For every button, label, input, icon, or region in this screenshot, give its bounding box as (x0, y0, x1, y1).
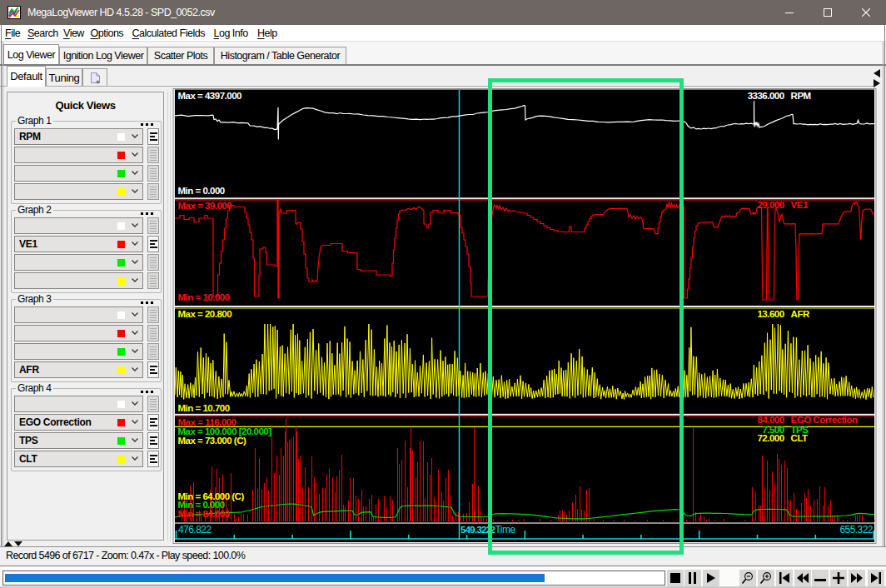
svg-text:Max = 4397.000: Max = 4397.000 (178, 91, 242, 101)
svg-text:Max = 39.000: Max = 39.000 (178, 201, 232, 211)
svg-text:VE1: VE1 (791, 200, 809, 210)
svg-text:Max = 20.800: Max = 20.800 (178, 309, 232, 319)
svg-text:84.000: 84.000 (757, 415, 784, 425)
svg-text:Max = 73.000 (C): Max = 73.000 (C) (178, 436, 246, 446)
svg-text:Min = 84.000: Min = 84.000 (178, 509, 230, 519)
svg-text:RPM: RPM (791, 91, 811, 101)
svg-text:549.322: 549.322 (460, 525, 491, 535)
svg-text:Min = 10.700: Min = 10.700 (178, 403, 230, 413)
svg-text:29.000: 29.000 (757, 200, 784, 210)
svg-text:EGO Correction: EGO Correction (791, 415, 858, 425)
svg-text:AFR: AFR (791, 309, 810, 319)
svg-text:476.822: 476.822 (178, 524, 212, 536)
svg-text:655.322: 655.322 (839, 524, 873, 536)
svg-text:Min = 0.000: Min = 0.000 (178, 186, 225, 196)
svg-text:72.000: 72.000 (757, 433, 784, 443)
svg-text:Min = 10.000: Min = 10.000 (178, 292, 230, 302)
svg-text:CLT: CLT (791, 433, 808, 443)
svg-text:13.600: 13.600 (757, 309, 784, 319)
svg-text:3336.000: 3336.000 (748, 91, 784, 101)
